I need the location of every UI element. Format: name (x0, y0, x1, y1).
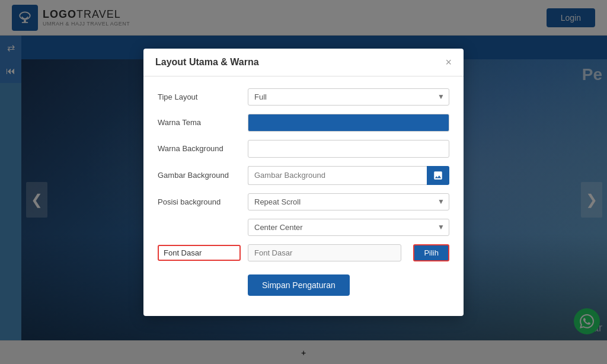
image-icon (433, 170, 443, 181)
warna-bg-row: Warna Background (158, 140, 449, 158)
tipe-layout-label: Tipe Layout (158, 92, 241, 101)
font-dasar-input[interactable] (248, 244, 401, 261)
modal-dialog: Layout Utama & Warna × Tipe Layout Full … (143, 49, 464, 316)
tipe-layout-row: Tipe Layout Full Boxed ▼ (158, 88, 449, 106)
posisi-bg-select2[interactable]: Center Center Top Left Top Center Top Ri… (248, 219, 449, 236)
gambar-bg-input-group (248, 166, 449, 185)
gambar-bg-row: Gambar Background (158, 166, 449, 185)
modal-close-button[interactable]: × (445, 57, 452, 68)
warna-tema-row: Warna Tema (158, 114, 449, 132)
warna-bg-color[interactable] (248, 140, 449, 158)
tipe-layout-select-wrapper: Full Boxed ▼ (248, 88, 449, 106)
posisi-bg-select1-wrapper: Repeat Scroll No Repeat Repeat X Repeat … (248, 193, 449, 210)
tipe-layout-select[interactable]: Full Boxed (248, 88, 449, 106)
warna-tema-label: Warna Tema (158, 118, 241, 127)
warna-tema-color[interactable] (248, 114, 449, 132)
font-dasar-choose-button[interactable]: Pilih (413, 244, 449, 261)
modal-body: Tipe Layout Full Boxed ▼ Warna Tema Warn… (143, 76, 464, 316)
save-button[interactable]: Simpan Pengaturan (248, 274, 350, 296)
posisi-bg-row2: Center Center Top Left Top Center Top Ri… (158, 219, 449, 236)
warna-bg-label: Warna Background (158, 144, 241, 153)
modal-title: Layout Utama & Warna (155, 57, 259, 68)
font-dasar-row: Font Dasar Pilih (158, 244, 449, 261)
posisi-bg-label: Posisi background (158, 197, 241, 206)
posisi-bg-select1[interactable]: Repeat Scroll No Repeat Repeat X Repeat … (248, 193, 449, 210)
gambar-bg-input[interactable] (248, 166, 427, 185)
save-row: Simpan Pengaturan (158, 270, 449, 296)
modal-overlay: Layout Utama & Warna × Tipe Layout Full … (0, 0, 607, 364)
modal-header: Layout Utama & Warna × (143, 49, 464, 76)
gambar-bg-upload-button[interactable] (427, 166, 449, 185)
font-dasar-label: Font Dasar (158, 245, 241, 261)
posisi-bg-select2-wrapper: Center Center Top Left Top Center Top Ri… (248, 219, 449, 236)
gambar-bg-label: Gambar Background (158, 171, 241, 180)
posisi-bg-row1: Posisi background Repeat Scroll No Repea… (158, 193, 449, 210)
